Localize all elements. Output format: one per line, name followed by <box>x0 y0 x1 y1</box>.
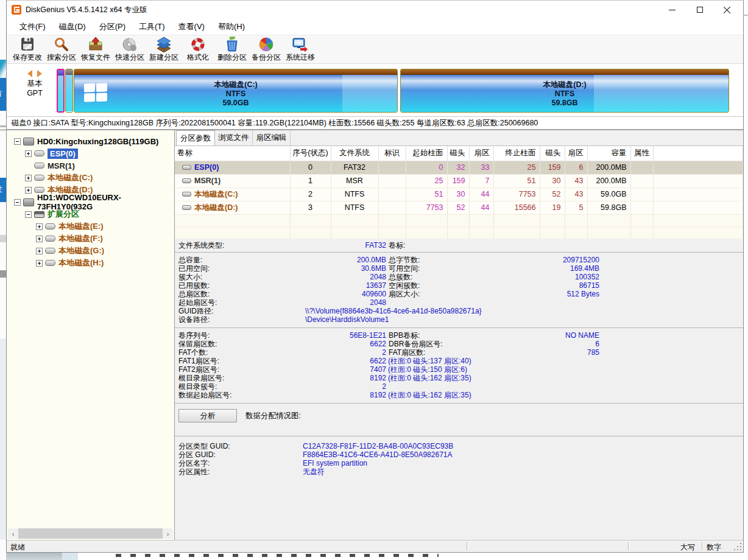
tree-item-local-g[interactable]: 本地磁盘(G:) <box>7 245 174 257</box>
partition-icon <box>182 205 191 210</box>
title-bar: DiskGenius V5.4.5.1412 x64 专业版 <box>7 1 743 19</box>
right-panel: 分区参数 浏览文件 扇区编辑 卷标 序号(状态) 文件系统 标识 起始柱面 磁头… <box>175 130 743 540</box>
menu-item-disk[interactable]: 磁盘(D) <box>52 19 93 34</box>
expand-icon[interactable] <box>25 150 32 157</box>
tree-item-hd0[interactable]: HD0:Kingchuxing128GB(119GB) <box>7 135 174 147</box>
tab-sector-edit[interactable]: 扇区编辑 <box>253 130 291 145</box>
partition-icon <box>182 178 191 183</box>
partition-icon <box>34 150 44 156</box>
format-icon <box>190 37 206 52</box>
table-header-row: 卷标 序号(状态) 文件系统 标识 起始柱面 磁头 扇区 终止柱面 磁头 扇区 … <box>175 146 743 161</box>
system-migrate-icon <box>292 37 308 52</box>
menu-item-view[interactable]: 查看(V) <box>172 19 211 34</box>
save-icon <box>19 37 35 52</box>
tree-item-hd1[interactable]: HD1:WDCWD10EURX-73FH1Y0(932G <box>7 196 174 208</box>
tree-item-local-c[interactable]: 本地磁盘(C:) <box>7 172 174 184</box>
new-partition-icon <box>156 37 172 52</box>
partition-guid-label: 分区 GUID: <box>178 450 298 459</box>
collapse-icon[interactable] <box>14 138 21 145</box>
background-window-bottom-sliver <box>6 553 744 560</box>
expand-icon[interactable] <box>36 236 43 242</box>
partition-type-guid-value: C12A7328-F81F-11D2-BA4B-00A0C93EC93B <box>298 442 743 450</box>
expand-icon[interactable] <box>25 187 32 194</box>
menu-bar: 文件(F) 磁盘(D) 分区(P) 工具(T) 查看(V) 帮助(H) <box>7 19 743 35</box>
table-row-esp[interactable]: ESP(0) 0 FAT32 0 32 33 25 159 6 200.0MB <box>175 161 743 174</box>
close-icon <box>724 6 731 13</box>
table-row-msr[interactable]: MSR(1) 1 MSR 25 159 7 51 30 43 200.0MB <box>175 174 743 187</box>
table-type-label: 基本 <box>18 79 52 88</box>
app-logo-icon <box>12 5 21 15</box>
partition-type-guid-label: 分区类型 GUID: <box>178 442 298 450</box>
menu-item-file[interactable]: 文件(F) <box>13 19 52 34</box>
menu-item-help[interactable]: 帮助(H) <box>211 19 252 34</box>
partition-icon <box>45 223 55 229</box>
partition-label: 本地磁盘(C:) <box>214 80 258 89</box>
minimize-button[interactable] <box>658 1 686 19</box>
expand-icon[interactable] <box>25 175 32 181</box>
partition-bar-d[interactable]: 本地磁盘(D:) NTFS 59.8GB <box>400 69 729 113</box>
tree-item-local-f[interactable]: 本地磁盘(F:) <box>7 233 174 245</box>
toolbar-quick-partition-button[interactable]: 快速分区 <box>113 35 147 63</box>
table-row-local-c[interactable]: 本地磁盘(C:) 2 NTFS 51 30 44 7753 52 43 59.0… <box>175 187 743 201</box>
menu-item-partition[interactable]: 分区(P) <box>93 19 132 34</box>
scrollbar-thumb[interactable] <box>18 528 163 539</box>
status-bar: 就绪 大写 数字 <box>7 540 743 552</box>
menu-item-tools[interactable]: 工具(T) <box>132 19 172 34</box>
partition-icon <box>45 236 55 242</box>
partition-table: 卷标 序号(状态) 文件系统 标识 起始柱面 磁头 扇区 终止柱面 磁头 扇区 … <box>175 146 743 239</box>
guid-path-label: GUID路径: <box>178 307 298 315</box>
nav-left-arrow-icon[interactable] <box>27 70 32 77</box>
scroll-right-arrow-icon[interactable]: › <box>163 528 173 539</box>
resize-grip[interactable] <box>734 543 742 551</box>
expand-icon[interactable] <box>36 260 43 267</box>
partition-icon <box>182 165 191 170</box>
analyze-button[interactable]: 分析 <box>178 409 237 422</box>
tab-bar: 分区参数 浏览文件 扇区编辑 <box>175 130 743 146</box>
delete-partition-icon <box>224 37 240 52</box>
partition-size: 59.0GB <box>222 99 249 108</box>
partition-bar-c[interactable]: 本地磁盘(C:) NTFS 59.0GB <box>74 69 398 113</box>
partition-fs: NTFS <box>226 89 246 99</box>
toolbar-format-button[interactable]: 格式化 <box>181 35 215 63</box>
toolbar-save-changes-button[interactable]: 保存更改 <box>10 35 44 63</box>
scroll-left-arrow-icon[interactable]: ‹ <box>8 528 18 539</box>
hdd-icon <box>23 138 34 145</box>
background-right-sliver <box>744 0 748 560</box>
hdd-icon <box>23 198 34 206</box>
tree-item-esp[interactable]: ESP(0) <box>7 147 174 159</box>
partition-bar-esp[interactable] <box>57 69 65 113</box>
toolbar-backup-partition-button[interactable]: 备份分区 <box>249 35 283 63</box>
data-allocation-label: 数据分配情况图: <box>245 411 301 421</box>
tab-partition-parameters[interactable]: 分区参数 <box>176 130 215 145</box>
backup-partition-icon <box>258 37 274 52</box>
toolbar-system-migrate-button[interactable]: 系统迁移 <box>283 35 317 63</box>
toolbar-new-partition-button[interactable]: 新建分区 <box>147 35 181 63</box>
tree-item-local-e[interactable]: 本地磁盘(E:) <box>7 220 174 233</box>
expand-icon[interactable] <box>36 223 43 230</box>
partition-icon <box>34 163 44 169</box>
tree-item-local-h[interactable]: 本地磁盘(H:) <box>7 257 174 269</box>
partition-icon <box>182 192 191 197</box>
toolbar-search-partition-button[interactable]: 搜索分区 <box>44 35 79 63</box>
disk-info-bar: 磁盘0 接口:SATA 型号:Kingchuxing128GB 序列号:2022… <box>7 116 743 130</box>
partition-guid-value: F8864E3B-41C6-4CE6-A41D-8E50A982671A <box>298 450 743 459</box>
main-area: HD0:Kingchuxing128GB(119GB) ESP(0) MSR(1… <box>7 130 743 540</box>
partition-bar-msr[interactable] <box>65 69 73 113</box>
partition-icon <box>34 175 44 181</box>
background-window-left-sliver: 首 发 <box>0 0 6 560</box>
minimize-icon <box>669 10 676 10</box>
nav-right-arrow-icon[interactable] <box>37 70 42 77</box>
expand-icon[interactable] <box>36 248 43 254</box>
tab-browse-files[interactable]: 浏览文件 <box>215 130 253 145</box>
toolbar-delete-partition-button[interactable]: 删除分区 <box>215 35 249 63</box>
maximize-button[interactable] <box>686 1 713 19</box>
toolbar-recover-files-button[interactable]: 恢复文件 <box>79 35 113 63</box>
table-row-local-d[interactable]: 本地磁盘(D:) 3 NTFS 7753 52 44 15566 19 5 59… <box>175 201 743 214</box>
partition-name-value: EFI system partition <box>298 459 743 467</box>
tree-horizontal-scrollbar[interactable]: ‹ › <box>8 528 173 539</box>
status-caps-indicator: 大写 <box>680 542 695 553</box>
collapse-icon[interactable] <box>25 211 32 218</box>
collapse-icon[interactable] <box>14 199 21 206</box>
close-button[interactable] <box>713 1 741 19</box>
tree-item-msr[interactable]: MSR(1) <box>7 159 174 172</box>
